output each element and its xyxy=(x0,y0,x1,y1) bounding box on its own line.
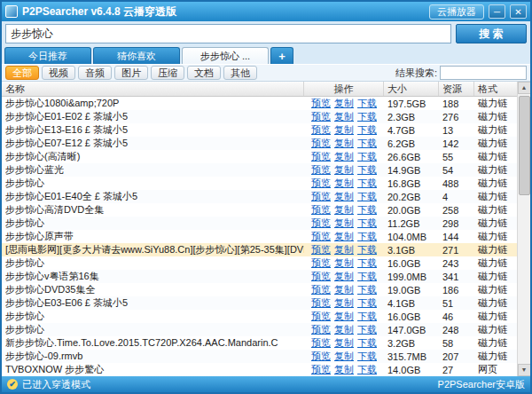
preview-link[interactable]: 预览 xyxy=(311,351,331,361)
download-link[interactable]: 下载 xyxy=(357,351,377,361)
table-row[interactable]: 步步惊心E01-E40全 £ 茶城小5预览复制下载20.2GB4磁力链 xyxy=(2,190,517,203)
download-link[interactable]: 下载 xyxy=(357,244,377,255)
preview-link[interactable]: 预览 xyxy=(311,364,331,374)
copy-link[interactable]: 复制 xyxy=(334,257,354,268)
copy-link[interactable]: 复制 xyxy=(334,351,354,361)
android-version-link[interactable]: P2PSearcher安卓版 xyxy=(438,378,525,391)
preview-link[interactable]: 预览 xyxy=(311,191,331,201)
copy-link[interactable]: 复制 xyxy=(334,231,354,241)
preview-link[interactable]: 预览 xyxy=(311,324,331,335)
search-button[interactable]: 搜 索 xyxy=(456,24,527,43)
preview-link[interactable]: 预览 xyxy=(311,151,331,162)
header-name[interactable]: 名称 xyxy=(2,82,304,96)
copy-link[interactable]: 复制 xyxy=(334,297,354,308)
table-row[interactable]: 步步惊心v粤语第16集预览复制下载199.0MB341磁力链 xyxy=(2,270,517,283)
header-format[interactable]: 格式 xyxy=(474,82,517,96)
table-row[interactable]: 步步惊心高清DVD全集预览复制下载20.0GB258磁力链 xyxy=(2,203,517,217)
copy-link[interactable]: 复制 xyxy=(334,271,354,281)
download-link[interactable]: 下载 xyxy=(357,124,377,135)
download-link[interactable]: 下载 xyxy=(357,111,377,122)
copy-link[interactable]: 复制 xyxy=(334,337,354,348)
copy-link[interactable]: 复制 xyxy=(334,364,354,374)
copy-link[interactable]: 复制 xyxy=(334,177,354,188)
filter-video[interactable]: 视频 xyxy=(42,66,75,80)
tab-today-recommend[interactable]: 今日推荐 xyxy=(4,47,91,64)
table-row[interactable]: 步步惊心(高清晰)预览复制下载26.6GB55磁力链 xyxy=(2,150,517,163)
result-search-input[interactable] xyxy=(440,66,527,80)
copy-link[interactable]: 复制 xyxy=(334,324,354,335)
download-link[interactable]: 下载 xyxy=(357,311,377,321)
scroll-down-arrow-icon[interactable]: ▼ xyxy=(518,364,531,376)
preview-link[interactable]: 预览 xyxy=(311,311,331,321)
table-row[interactable]: 步步惊心预览复制下载147.0GB248磁力链 xyxy=(2,323,517,336)
download-link[interactable]: 下载 xyxy=(357,297,377,308)
download-link[interactable]: 下载 xyxy=(357,98,377,108)
search-input[interactable] xyxy=(5,24,451,43)
new-tab-button[interactable]: + xyxy=(270,47,293,64)
copy-link[interactable]: 复制 xyxy=(334,244,354,255)
download-link[interactable]: 下载 xyxy=(357,337,377,348)
preview-link[interactable]: 预览 xyxy=(311,98,331,108)
header-actions[interactable]: 操作 xyxy=(304,82,384,96)
download-link[interactable]: 下载 xyxy=(357,231,377,241)
table-row[interactable]: 步步惊心E03-E06 £ 茶城小5预览复制下载4.1GB51磁力链 xyxy=(2,296,517,310)
table-row[interactable]: 步步惊心1080i&amp;720P预览复制下载197.5GB188磁力链 xyxy=(2,97,517,110)
header-size[interactable]: 大小 xyxy=(384,82,439,96)
download-link[interactable]: 下载 xyxy=(357,271,377,281)
table-row[interactable]: [思雨电影网][更多大片请去www.SiYu88.Cn][步步惊心][第25-3… xyxy=(2,243,517,256)
download-link[interactable]: 下载 xyxy=(357,324,377,335)
table-row[interactable]: 步步惊心预览复制下载16.8GB488磁力链 xyxy=(2,177,517,190)
filter-archive[interactable]: 压缩 xyxy=(151,66,184,80)
preview-link[interactable]: 预览 xyxy=(311,244,331,255)
tab-guess-you-like[interactable]: 猜你喜欢 xyxy=(93,47,180,64)
preview-link[interactable]: 预览 xyxy=(311,204,331,215)
preview-link[interactable]: 预览 xyxy=(311,337,331,348)
download-link[interactable]: 下载 xyxy=(357,284,377,295)
preview-link[interactable]: 预览 xyxy=(311,124,331,135)
preview-link[interactable]: 预览 xyxy=(311,297,331,308)
table-row[interactable]: 步步惊心E13-E16 £ 茶城小5预览复制下载4.7GB13磁力链 xyxy=(2,123,517,137)
scrollbar-thumb[interactable] xyxy=(519,96,530,195)
table-row[interactable]: 新步步惊心.Time.To.Love.2015.TC720P.X264.AAC.… xyxy=(2,336,517,350)
copy-link[interactable]: 复制 xyxy=(334,124,354,135)
preview-link[interactable]: 预览 xyxy=(311,231,331,241)
table-row[interactable]: 步步惊心预览复制下载16.0GB46磁力链 xyxy=(2,310,517,323)
cloud-player-button[interactable]: 云播放器 xyxy=(429,4,484,20)
filter-all[interactable]: 全部 xyxy=(5,66,39,80)
filter-audio[interactable]: 音频 xyxy=(78,66,112,80)
preview-link[interactable]: 预览 xyxy=(311,138,331,148)
tab-search-result-active[interactable]: 步步惊心 ... xyxy=(182,47,269,64)
preview-link[interactable]: 预览 xyxy=(311,271,331,281)
preview-link[interactable]: 预览 xyxy=(311,257,331,268)
preview-link[interactable]: 预览 xyxy=(311,111,331,122)
download-link[interactable]: 下载 xyxy=(357,204,377,215)
copy-link[interactable]: 复制 xyxy=(334,111,354,122)
download-link[interactable]: 下载 xyxy=(357,164,377,175)
download-link[interactable]: 下载 xyxy=(357,177,377,188)
table-row[interactable]: 步步惊心预览复制下载16.0GB243磁力链 xyxy=(2,256,517,270)
copy-link[interactable]: 复制 xyxy=(334,164,354,175)
table-row[interactable]: TVBOXNOW 步步驚心预览复制下载14.0GB27网页 xyxy=(2,363,517,376)
table-row[interactable]: 步步惊心蓝光预览复制下载14.9GB54磁力链 xyxy=(2,163,517,177)
copy-link[interactable]: 复制 xyxy=(334,204,354,215)
copy-link[interactable]: 复制 xyxy=(334,151,354,162)
table-row[interactable]: 步步惊心原声带预览复制下载104.0MB144磁力链 xyxy=(2,230,517,243)
preview-link[interactable]: 预览 xyxy=(311,217,331,228)
download-link[interactable]: 下载 xyxy=(357,217,377,228)
copy-link[interactable]: 复制 xyxy=(334,217,354,228)
filter-other[interactable]: 其他 xyxy=(223,66,257,80)
vertical-scrollbar[interactable]: ▲ ▼ xyxy=(517,82,530,376)
copy-link[interactable]: 复制 xyxy=(334,311,354,321)
download-link[interactable]: 下载 xyxy=(357,191,377,201)
copy-link[interactable]: 复制 xyxy=(334,98,354,108)
minimize-button[interactable]: ─ xyxy=(489,4,505,19)
table-row[interactable]: 步步惊心E01-E02 £ 茶城小5预览复制下载2.3GB276磁力链 xyxy=(2,110,517,123)
table-row[interactable]: 步步惊心预览复制下载11.2GB298磁力链 xyxy=(2,217,517,230)
table-row[interactable]: 步步惊心DVD35集全预览复制下载19.0GB186磁力链 xyxy=(2,283,517,296)
download-link[interactable]: 下载 xyxy=(357,257,377,268)
preview-link[interactable]: 预览 xyxy=(311,284,331,295)
copy-link[interactable]: 复制 xyxy=(334,138,354,148)
close-button[interactable]: ✕ xyxy=(510,4,527,19)
preview-link[interactable]: 预览 xyxy=(311,177,331,188)
download-link[interactable]: 下载 xyxy=(357,138,377,148)
